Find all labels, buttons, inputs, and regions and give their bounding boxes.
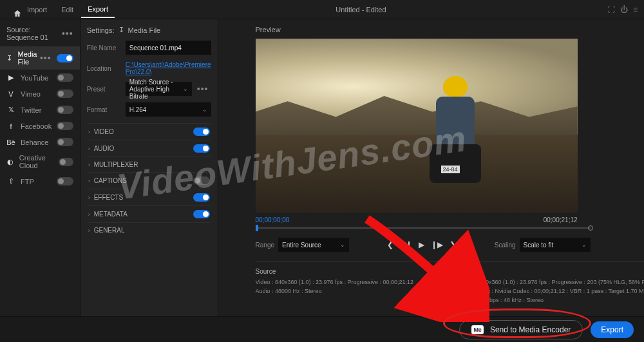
youtube-toggle[interactable] (57, 73, 73, 82)
audio-toggle[interactable] (193, 144, 210, 153)
format-select[interactable]: H.264⌄ (126, 102, 211, 117)
set-in-icon[interactable]: ❮ (387, 240, 393, 249)
effects-toggle[interactable] (193, 193, 210, 202)
source-row: Source: Sequence 01 ••• (0, 23, 80, 46)
nav-export[interactable]: Export (81, 1, 115, 18)
source-menu-icon[interactable]: ••• (62, 28, 73, 39)
settings-header: Settings: ↧ Media File (87, 26, 211, 34)
timeline-end-marker[interactable] (588, 225, 593, 231)
chevron-right-icon: › (88, 195, 90, 201)
dest-twitter[interactable]: 𝕏Twitter (0, 102, 80, 118)
section-multiplexer[interactable]: ›MULTIPLEXER (87, 157, 211, 172)
chevron-down-icon: ⌄ (582, 242, 587, 248)
ftp-icon: ⇧ (6, 177, 15, 185)
top-bar: Import Edit Export Untitled - Edited ⛶ ⏻… (0, 0, 644, 19)
chevron-down-icon: ⌄ (183, 86, 188, 92)
location-link[interactable]: C:\Users\anti\Adobe\Premiere Pro\22.0\ (126, 61, 211, 75)
behance-toggle[interactable] (57, 138, 73, 146)
facebook-toggle[interactable] (57, 122, 73, 130)
youtube-icon: ▶ (6, 73, 15, 82)
document-title: Untitled - Edited (115, 6, 607, 14)
section-video[interactable]: ›VIDEO (87, 123, 211, 140)
section-metadata[interactable]: ›METADATA (87, 205, 211, 222)
menu-icon[interactable]: ≡ (633, 5, 638, 14)
fullscreen-icon[interactable]: ⛶ (607, 5, 615, 14)
summary-info: Source Video : 640x360 (1.0) : 23.976 fp… (256, 261, 644, 306)
captions-toggle[interactable] (193, 176, 210, 185)
dest-media-file[interactable]: ↧Media File ••• (0, 46, 80, 70)
play-icon[interactable]: ▶ (419, 240, 424, 249)
creative-cloud-icon: ◐ (6, 158, 14, 166)
preview-panel: Preview 24-84 00;00;00;00 00;00;21;12 Ra… (218, 19, 644, 316)
location-label: Location (87, 65, 120, 72)
dest-facebook[interactable]: fFacebook (0, 118, 80, 134)
preset-select[interactable]: Match Source - Adaptive High Bitrate⌄ (126, 82, 192, 96)
section-effects[interactable]: ›EFFECTS (87, 189, 211, 205)
set-out-icon[interactable]: ❯ (450, 240, 456, 249)
timeline[interactable] (256, 225, 591, 231)
filename-input[interactable] (126, 41, 211, 55)
format-label: Format (87, 106, 120, 113)
filename-label: File Name (87, 44, 120, 52)
playhead[interactable] (256, 225, 258, 231)
source-label: Source: Sequence 01 (6, 26, 62, 41)
chevron-right-icon: › (88, 146, 90, 152)
chevron-down-icon: ⌄ (202, 106, 207, 113)
vimeo-icon: V (6, 90, 15, 98)
download-icon: ↧ (6, 54, 13, 62)
ftp-toggle[interactable] (57, 177, 73, 185)
dest-youtube[interactable]: ▶YouTube (0, 70, 80, 86)
output-video-line: Video : H.264 : 640x360 (1.0) : 23.976 f… (439, 279, 644, 285)
destinations-panel: Source: Sequence 01 ••• ↧Media File ••• … (0, 19, 80, 316)
metadata-toggle[interactable] (193, 210, 210, 218)
dest-ftp[interactable]: ⇧FTP (0, 173, 80, 189)
twitter-icon: 𝕏 (6, 106, 15, 114)
media-file-toggle[interactable] (57, 54, 73, 62)
section-audio[interactable]: ›AUDIO (87, 140, 211, 157)
footer-bar: Me Send to Media Encoder Export (0, 316, 644, 342)
preset-menu-icon[interactable]: ••• (197, 84, 209, 94)
chevron-right-icon: › (88, 178, 90, 184)
dest-vimeo[interactable]: VVimeo (0, 86, 80, 102)
dest-creative-cloud[interactable]: ◐Creative Cloud (0, 150, 80, 173)
source-video-line: Video : 640x360 (1.0) : 23.976 fps : Pro… (256, 279, 414, 285)
step-forward-icon[interactable]: ❙▶ (431, 240, 443, 249)
source-heading: Source (256, 268, 414, 275)
power-icon[interactable]: ⏻ (620, 5, 628, 14)
chevron-right-icon: › (88, 129, 90, 135)
section-captions[interactable]: ›CAPTIONS (87, 172, 211, 189)
scaling-select[interactable]: Scale to fit⌄ (520, 238, 591, 252)
facebook-icon: f (6, 122, 15, 130)
source-audio-line: Audio : 48000 Hz : Stereo (256, 288, 414, 294)
settings-panel: Settings: ↧ Media File File Name Locatio… (80, 19, 218, 316)
output-audio-line: Audio : AAC : 320 kbps : 48 kHz : Stereo (439, 297, 644, 303)
export-button[interactable]: Export (591, 321, 634, 338)
timecode-end[interactable]: 00;00;21;12 (544, 216, 578, 223)
window-controls: ⛶ ⏻ ≡ (607, 5, 638, 14)
creative-cloud-toggle[interactable] (59, 158, 73, 166)
license-plate: 24-84 (441, 166, 460, 173)
preset-label: Preset (87, 86, 120, 93)
download-icon: ↧ (118, 26, 124, 34)
output-heading: Output (439, 268, 644, 275)
range-select[interactable]: Entire Source⌄ (278, 238, 349, 252)
home-icon[interactable] (6, 5, 19, 14)
twitter-toggle[interactable] (57, 106, 73, 114)
nav-edit[interactable]: Edit (55, 2, 80, 17)
dest-behance[interactable]: BēBehance (0, 134, 80, 150)
media-file-menu-icon[interactable]: ••• (40, 53, 52, 63)
vimeo-toggle[interactable] (57, 90, 73, 98)
section-general[interactable]: ›GENERAL (87, 222, 211, 238)
nav-import[interactable]: Import (21, 2, 53, 17)
video-preview[interactable]: 24-84 (256, 39, 578, 213)
video-toggle[interactable] (193, 128, 210, 136)
top-nav: Import Edit Export (6, 1, 115, 18)
chevron-right-icon: › (88, 211, 90, 218)
send-to-media-encoder-button[interactable]: Me Send to Media Encoder (459, 320, 583, 339)
step-back-icon[interactable]: ◀❙ (400, 240, 412, 249)
chevron-right-icon: › (88, 162, 90, 168)
chevron-down-icon: ⌄ (340, 242, 345, 248)
timecode-start[interactable]: 00;00;00;00 (256, 216, 290, 223)
media-encoder-icon: Me (471, 325, 484, 334)
range-label: Range (256, 242, 274, 249)
